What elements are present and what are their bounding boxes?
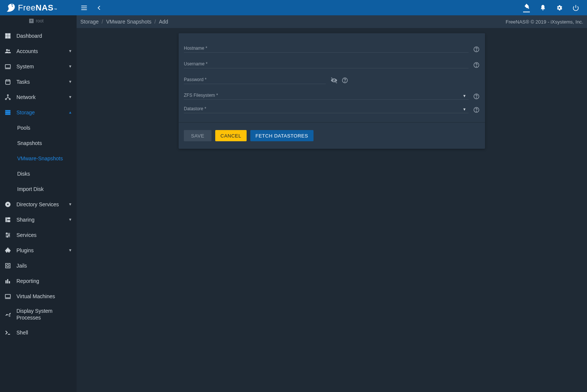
sidebar-item-storage[interactable]: Storage ▲ [0,105,77,120]
svg-point-30 [9,234,10,235]
vm-icon [4,293,16,300]
sidebar-item-shell[interactable]: Shell [0,325,77,340]
sidebar-item-system[interactable]: System ▼ [0,59,77,74]
sidebar-sub-vmware-snapshots[interactable]: VMware-Snapshots [0,151,77,166]
svg-point-20 [9,98,10,99]
sidebar-item-label: System [16,64,68,70]
chevron-down-icon: ▼ [68,64,72,68]
topbar-right [519,0,583,15]
sidebar-item-reporting[interactable]: Reporting [0,273,77,288]
sharing-icon [4,216,16,223]
back-button[interactable] [92,0,106,15]
sidebar-item-accounts[interactable]: Accounts ▼ [0,43,77,59]
copyright-text: FreeNAS® © 2019 - iXsystems, Inc. [506,19,583,25]
sidebar-item-services[interactable]: Services [0,227,77,243]
sidebar-item-display-processes[interactable]: Display System Processes [0,304,77,325]
jails-icon [4,262,16,269]
sidebar-item-directory-services[interactable]: Directory Services ▼ [0,197,77,212]
sidebar-item-network[interactable]: Network ▼ [0,89,77,105]
row-username: Username * [184,53,480,68]
svg-point-42 [476,50,476,51]
sidebar-item-label: Sharing [16,217,68,223]
help-icon[interactable] [473,46,480,53]
zfs-label: ZFS Filesystem * [184,93,218,98]
save-button: SAVE [184,130,211,141]
chevron-down-icon: ▼ [68,248,72,252]
breadcrumb-vmware-snapshots[interactable]: VMware Snapshots [106,19,151,25]
svg-point-4 [528,7,529,9]
sidebar-item-label: Services [16,232,72,238]
sidebar-sub-disks[interactable]: Disks [0,166,77,181]
breadcrumb: Storage / VMware Snapshots / Add [80,19,168,25]
shell-icon [4,329,16,336]
reporting-icon [4,278,16,284]
chevron-down-icon: ▼ [68,217,72,222]
help-icon[interactable] [473,107,480,113]
svg-rect-23 [5,114,10,115]
directory-icon [4,201,16,208]
power-button[interactable] [568,0,583,15]
sidebar-sub-pools[interactable]: Pools [0,120,77,135]
sidebar-sub-label: Pools [17,125,30,131]
fetch-datastores-button[interactable]: FETCH DATASTORES [250,130,313,141]
svg-rect-6 [5,33,7,36]
hostname-field[interactable]: Hostname * [184,46,469,53]
theme-button[interactable] [519,0,534,15]
settings-button[interactable] [552,0,567,15]
help-icon[interactable] [473,62,480,68]
row-password: Password * [184,68,480,84]
sidebar-sub-label: Snapshots [17,140,42,146]
topbar-left: FreeNAS™ [0,0,106,15]
sidebar-item-jails[interactable]: Jails [0,258,77,273]
sidebar-item-plugins[interactable]: Plugins ▼ [0,243,77,258]
password-field[interactable]: Password * [184,77,326,84]
menu-toggle-button[interactable] [77,0,92,15]
sidebar-sub-import-disk[interactable]: Import Disk [0,181,77,197]
network-icon [4,94,16,101]
svg-rect-32 [6,263,10,268]
svg-rect-35 [7,279,8,283]
datastore-field[interactable]: Datastore * ▼ [184,106,469,113]
svg-point-33 [7,265,9,267]
chevron-down-icon[interactable]: ▼ [463,107,466,111]
storage-icon [4,109,16,116]
sidebar-sub-label: Disks [17,171,30,177]
brand-icon [4,2,16,13]
sidebar-sub-label: Import Disk [17,186,44,192]
sidebar-sub-snapshots[interactable]: Snapshots [0,135,77,151]
sidebar-item-sharing[interactable]: Sharing ▼ [0,212,77,227]
cancel-button[interactable]: CANCEL [215,130,247,141]
zfs-field[interactable]: ZFS Filesystem * ▼ [184,93,469,100]
tree-root-node[interactable]: + root [0,17,77,28]
breadcrumb-add[interactable]: Add [159,19,168,25]
svg-point-31 [7,236,8,237]
svg-point-0 [12,6,13,6]
chevron-down-icon: ▼ [68,95,72,99]
sidebar-item-label: Virtual Machines [16,293,72,299]
svg-point-11 [8,49,10,51]
sidebar-item-label: Accounts [16,48,68,54]
sidebar-sub-label: VMware-Snapshots [17,155,63,161]
plugins-icon [4,247,16,254]
card-actions: SAVE CANCEL FETCH DATASTORES [179,122,485,149]
svg-point-18 [7,95,9,96]
datastore-label: Datastore * [184,106,206,111]
sidebar-item-virtual-machines[interactable]: Virtual Machines [0,288,77,304]
chevron-down-icon[interactable]: ▼ [463,94,466,98]
help-icon[interactable] [342,77,348,84]
processes-icon [4,311,16,318]
breadcrumb-separator: / [102,19,103,25]
brand[interactable]: FreeNAS™ [0,0,77,15]
breadcrumb-storage[interactable]: Storage [80,19,99,25]
main: Storage / VMware Snapshots / Add FreeNAS… [77,15,587,392]
notifications-button[interactable] [535,0,550,15]
form-card: Hostname * Username * [179,33,485,149]
visibility-off-icon[interactable] [330,77,338,84]
username-field[interactable]: Username * [184,61,469,68]
sidebar-item-label: Plugins [16,247,68,253]
help-icon[interactable] [473,93,480,100]
sidebar-item-dashboard[interactable]: Dashboard [0,28,77,43]
svg-rect-7 [8,33,10,36]
sidebar-item-label: Dashboard [16,33,72,39]
sidebar-item-tasks[interactable]: Tasks ▼ [0,74,77,89]
